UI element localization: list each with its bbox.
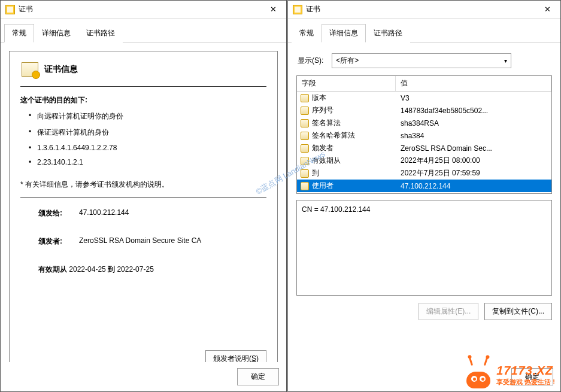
- window-title: 证书: [306, 4, 535, 14]
- field-cell: 有效期从: [297, 156, 396, 166]
- valid-from-label: 有效期从: [38, 265, 67, 274]
- detail-value-text: CN = 47.100.212.144: [302, 205, 370, 214]
- field-cell: 颁发者: [297, 143, 396, 153]
- table-row[interactable]: 版本V3: [297, 92, 551, 104]
- field-cell: 签名哈希算法: [297, 130, 396, 141]
- col-header-field[interactable]: 字段: [297, 76, 396, 91]
- field-icon: [301, 157, 309, 165]
- issued-to-value: 47.100.212.144: [79, 208, 129, 218]
- field-cell: 公钥: [297, 193, 396, 194]
- issuer-note: * 有关详细信息，请参考证书颁发机构的说明。: [20, 180, 266, 190]
- issued-by-label: 颁发者:: [38, 236, 72, 247]
- window-title: 证书: [19, 4, 261, 14]
- table-row[interactable]: 有效期从2022年4月25日 08:00:00: [297, 154, 551, 167]
- content-area: 证书信息 这个证书的目的如下: 向远程计算机证明你的身份 保证远程计算机的身份 …: [1, 42, 286, 362]
- tab-row: 常规 详细信息 证书路径: [1, 21, 286, 42]
- field-value: 2022年7月25日 07:59:59: [396, 168, 551, 178]
- cert-info-title: 证书信息: [44, 64, 78, 75]
- table-body[interactable]: 版本V3序列号148783daf34eb5805c502...签名算法sha38…: [297, 92, 551, 194]
- table-row[interactable]: 公钥RSA (2048 Bits): [297, 192, 551, 194]
- ok-button[interactable]: 确定: [237, 368, 279, 385]
- field-name: 公钥: [312, 193, 326, 194]
- show-select[interactable]: <所有> ▾: [332, 53, 511, 68]
- purpose-item: 向远程计算机证明你的身份: [37, 111, 266, 121]
- field-cell: 使用者: [297, 181, 396, 191]
- mascot-icon: [465, 362, 492, 388]
- chevron-down-icon: ▾: [504, 57, 507, 64]
- issued-to-label: 颁发给:: [38, 208, 72, 218]
- purpose-list: 向远程计算机证明你的身份 保证远程计算机的身份 1.3.6.1.4.1.6449…: [20, 111, 266, 172]
- divider: [20, 197, 266, 197]
- purpose-item: 保证远程计算机的身份: [37, 127, 266, 138]
- field-value: 47.100.212.144: [396, 182, 551, 190]
- table-row[interactable]: 使用者47.100.212.144: [297, 180, 551, 192]
- tab-cert-path[interactable]: 证书路径: [366, 24, 410, 42]
- field-icon: [301, 144, 309, 153]
- field-name: 签名算法: [312, 118, 341, 128]
- copy-to-file-button[interactable]: 复制到文件(C)...: [484, 303, 552, 320]
- edit-properties-button: 编辑属性(E)...: [419, 303, 478, 320]
- field-name: 到: [312, 168, 319, 178]
- table-row[interactable]: 签名算法sha384RSA: [297, 117, 551, 129]
- field-cell: 签名算法: [297, 118, 396, 128]
- divider: [20, 86, 266, 87]
- purpose-item: 1.3.6.1.4.1.6449.1.2.2.78: [37, 144, 266, 152]
- field-cell: 序列号: [297, 105, 396, 116]
- field-value: sha384RSA: [396, 119, 551, 127]
- tab-details[interactable]: 详细信息: [322, 24, 366, 42]
- field-value: sha384: [396, 132, 551, 140]
- valid-to-label: 到: [108, 265, 115, 274]
- tab-cert-path[interactable]: 证书路径: [78, 24, 123, 42]
- tab-details[interactable]: 详细信息: [34, 24, 78, 42]
- field-icon: [301, 132, 309, 140]
- field-value: ZeroSSL RSA Domain Sec...: [396, 144, 551, 153]
- field-icon: [301, 107, 309, 115]
- table-row[interactable]: 颁发者ZeroSSL RSA Domain Sec...: [297, 142, 551, 154]
- valid-to-value: 2022-07-25: [117, 265, 153, 274]
- validity-row: 有效期从 2022-04-25 到 2022-07-25: [20, 265, 266, 275]
- issued-by-value: ZeroSSL RSA Domain Secure Site CA: [79, 236, 201, 247]
- certificate-icon: [22, 62, 38, 77]
- brand-name: 17173.XZ: [496, 364, 555, 378]
- field-icon: [301, 169, 309, 178]
- valid-from-value: 2022-04-25: [69, 265, 105, 274]
- col-header-value[interactable]: 值: [396, 76, 551, 91]
- field-name: 使用者: [312, 181, 333, 191]
- close-icon[interactable]: ✕: [535, 1, 559, 18]
- brand-slogan: 享受游戏 热爱生活 !: [496, 378, 555, 387]
- field-icon: [301, 119, 309, 127]
- content-area: 显示(S): <所有> ▾ 字段 值 版本V3序列号148783daf34eb5…: [288, 42, 560, 362]
- field-value: V3: [396, 94, 551, 102]
- table-row[interactable]: 签名哈希算法sha384: [297, 129, 551, 142]
- field-name: 颁发者: [312, 143, 333, 153]
- field-cell: 到: [297, 168, 396, 178]
- detail-value-box[interactable]: CN = 47.100.212.144: [296, 200, 552, 296]
- info-panel: 证书信息 这个证书的目的如下: 向远程计算机证明你的身份 保证远程计算机的身份 …: [9, 51, 278, 362]
- field-icon: [301, 182, 309, 190]
- titlebar[interactable]: 证书 ✕: [1, 1, 286, 19]
- certificate-window-details: 证书 ✕ 常规 详细信息 证书路径 显示(S): <所有> ▾ 字段 值 版本V…: [287, 0, 561, 392]
- issuer-statement-button[interactable]: 颁发者说明(S): [205, 350, 266, 362]
- close-icon[interactable]: ✕: [261, 1, 285, 18]
- field-value: 2022年4月25日 08:00:00: [396, 156, 551, 166]
- show-label: 显示(S):: [298, 56, 323, 66]
- show-select-value: <所有>: [336, 56, 359, 66]
- tab-general[interactable]: 常规: [292, 24, 322, 42]
- field-name: 序列号: [312, 105, 333, 116]
- tab-row: 常规 详细信息 证书路径: [288, 21, 560, 42]
- tab-general[interactable]: 常规: [4, 24, 34, 42]
- fields-table: 字段 值 版本V3序列号148783daf34eb5805c502...签名算法…: [296, 75, 552, 194]
- certificate-icon: [293, 5, 302, 14]
- field-name: 版本: [312, 93, 326, 103]
- certificate-window-general: 证书 ✕ 常规 详细信息 证书路径 证书信息 这个证书的目的如下: 向远程计算机…: [0, 0, 287, 392]
- issuer-statement-label: 颁发者说明(S): [213, 354, 259, 362]
- field-name: 有效期从: [312, 156, 341, 166]
- field-name: 签名哈希算法: [312, 130, 355, 141]
- purpose-item: 2.23.140.1.2.1: [37, 158, 266, 166]
- table-row[interactable]: 到2022年7月25日 07:59:59: [297, 167, 551, 180]
- purpose-heading: 这个证书的目的如下:: [20, 95, 266, 105]
- table-row[interactable]: 序列号148783daf34eb5805c502...: [297, 104, 551, 117]
- brand-logo: 17173.XZ 享受游戏 热爱生活 !: [465, 362, 555, 388]
- field-icon: [301, 94, 309, 102]
- titlebar[interactable]: 证书 ✕: [288, 1, 560, 19]
